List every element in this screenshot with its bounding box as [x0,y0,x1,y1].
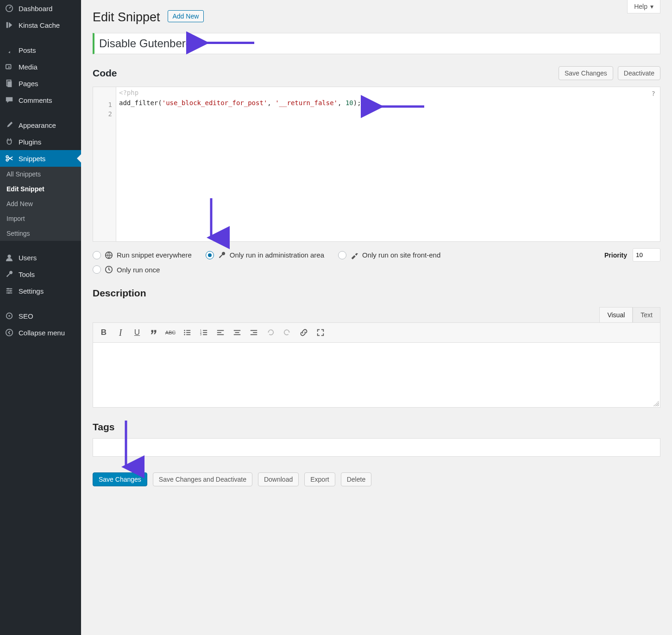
add-new-button[interactable]: Add New [168,10,204,22]
sidebar-item-tools[interactable]: Tools [0,266,81,283]
radio-icon [338,251,346,259]
svg-rect-34 [235,332,239,333]
deactivate-button[interactable]: Deactivate [618,66,660,80]
submenu-add-new[interactable]: Add New [0,196,81,211]
collapse-icon [5,328,14,337]
bullet-list-button[interactable] [179,325,195,340]
sidebar-item-plugins[interactable]: Plugins [0,133,81,150]
scissors-icon [5,154,14,163]
description-heading: Description [93,288,660,299]
sidebar-item-pages[interactable]: Pages [0,75,81,92]
scope-admin[interactable]: Only run in administration area [206,251,324,259]
description-editor[interactable] [93,343,660,408]
editor-tabs: Visual Text [93,307,660,322]
sidebar-item-kinsta[interactable]: Kinsta Cache [0,17,81,33]
italic-button[interactable]: I [113,325,128,340]
numbered-list-button[interactable]: 123 [196,325,212,340]
main-content: Help ▾ Edit Snippet Add New Code Save Ch… [81,0,672,635]
submenu-edit-snippet[interactable]: Edit Snippet [0,182,81,196]
align-center-button[interactable] [229,325,245,340]
sidebar-collapse[interactable]: Collapse menu [0,324,81,341]
fullscreen-button[interactable] [313,325,328,340]
code-gutter: 12 [93,87,116,241]
svg-rect-27 [203,330,207,331]
sidebar-item-users[interactable]: Users [0,249,81,266]
submenu-import[interactable]: Import [0,211,81,226]
sidebar-item-seo[interactable]: SEO [0,308,81,324]
sidebar-item-comments[interactable]: Comments [0,92,81,108]
svg-point-9 [8,292,10,294]
svg-point-20 [184,334,185,335]
radio-icon [93,251,101,259]
sidebar-item-media[interactable]: Media [0,58,81,75]
sidebar-item-snippets[interactable]: Snippets [0,150,81,167]
scope-everywhere[interactable]: Run snippet everywhere [93,251,192,259]
scope-label: Only run in administration area [230,251,324,259]
priority-input[interactable] [633,248,660,262]
sidebar-submenu-snippets: All Snippets Edit Snippet Add New Import… [0,167,81,241]
delete-button[interactable]: Delete [341,472,371,486]
kinsta-icon [5,21,14,29]
pages-icon [5,79,14,88]
pin-icon [5,46,14,54]
user-icon [5,253,14,262]
tags-input[interactable] [93,438,660,457]
tab-text[interactable]: Text [633,307,660,322]
sidebar-label: Users [19,254,37,262]
tab-visual[interactable]: Visual [599,307,633,322]
sidebar-item-appearance[interactable]: Appearance [0,117,81,133]
sidebar-label: Settings [19,287,44,295]
resize-handle[interactable] [653,401,659,406]
bold-button[interactable]: B [96,325,112,340]
radio-icon [206,251,214,259]
svg-rect-32 [217,334,224,335]
blockquote-button[interactable] [146,325,162,340]
hammer-icon [350,251,358,259]
snippet-title-wrap [93,33,660,54]
help-tab[interactable]: Help ▾ [627,0,660,13]
svg-point-6 [7,255,11,258]
export-button[interactable]: Export [304,472,335,486]
submenu-settings[interactable]: Settings [0,226,81,241]
globe-icon [105,251,113,259]
save-changes-button[interactable]: Save Changes [93,472,147,486]
align-left-button[interactable] [213,325,228,340]
save-changes-button-top[interactable]: Save Changes [559,66,613,80]
sidebar-label: Posts [19,46,36,54]
align-right-button[interactable] [246,325,262,340]
code-help-icon[interactable]: ? [652,90,655,97]
tags-heading: Tags [93,421,660,433]
link-button[interactable] [296,325,312,340]
svg-point-8 [10,290,12,292]
download-button[interactable]: Download [258,472,299,486]
scope-once[interactable]: Only run once [93,265,660,274]
underline-button[interactable]: U [129,325,145,340]
priority-label: Priority [604,251,627,259]
admin-sidebar: Dashboard Kinsta Cache Posts Media Pages… [0,0,81,635]
sidebar-item-dashboard[interactable]: Dashboard [0,0,81,17]
annotation-arrow [207,198,216,244]
svg-rect-28 [203,332,207,333]
page-title: Edit Snippet [93,10,160,25]
strikethrough-button[interactable]: ABC [163,325,178,340]
svg-text:3: 3 [200,333,201,336]
code-line-1[interactable]: add_filter('use_block_editor_for_post', … [116,98,660,107]
submenu-all-snippets[interactable]: All Snippets [0,167,81,182]
sidebar-item-settings[interactable]: Settings [0,283,81,299]
wrench-icon [218,251,226,259]
scope-frontend[interactable]: Only run on site front-end [338,251,440,259]
snippet-title-input[interactable] [98,35,656,52]
svg-point-11 [8,315,10,317]
svg-point-7 [7,288,9,290]
sidebar-label: Collapse menu [19,329,65,337]
save-and-deactivate-button[interactable]: Save Changes and Deactivate [153,472,252,486]
redo-button[interactable] [279,325,295,340]
undo-button[interactable] [263,325,278,340]
svg-rect-35 [234,334,240,335]
svg-point-18 [184,330,185,331]
code-editor[interactable]: 12 <?php add_filter('use_block_editor_fo… [93,87,660,242]
seo-icon [5,312,14,320]
svg-rect-23 [186,334,190,335]
svg-rect-36 [251,330,257,331]
sidebar-item-posts[interactable]: Posts [0,42,81,58]
